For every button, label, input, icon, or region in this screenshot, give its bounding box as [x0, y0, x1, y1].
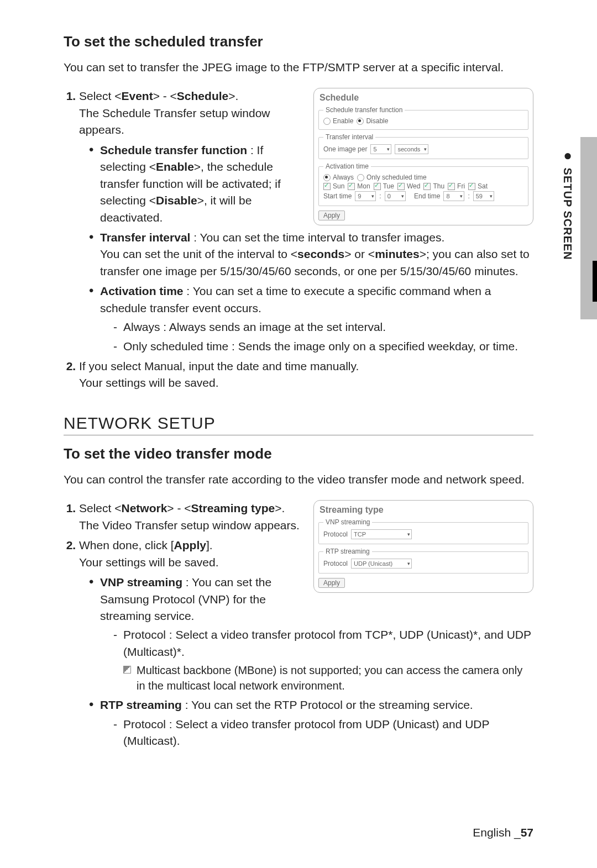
radio-enable[interactable]: Enable: [323, 117, 353, 125]
footer-page-number: 57: [521, 826, 533, 839]
heading-network-setup: Network Setup: [64, 414, 533, 435]
content-block-schedule: Schedule Schedule transfer function Enab…: [64, 88, 533, 394]
document-page: ● SETUP SCREEN To set the scheduled tran…: [0, 0, 597, 868]
bullet-transfer-interval: Transfer interval : You can set the time…: [89, 229, 533, 280]
page-footer: English _57: [473, 826, 533, 839]
select-rtp-protocol[interactable]: UDP (Unicast): [351, 559, 412, 569]
step2-line1: If you select Manual, input the date and…: [79, 360, 359, 372]
intro-video-transfer: You can control the transfer rate accord…: [64, 471, 533, 488]
bullet-schedule-transfer-function: Schedule transfer function : If selectin…: [89, 142, 533, 226]
dash-rtp-protocol: Protocol : Select a video transfer proto…: [113, 716, 533, 750]
dash-always: Always : Always sends an image at the se…: [113, 319, 533, 335]
fieldset-transfer-function: Schedule transfer function Enable Disabl…: [318, 106, 528, 130]
bullet-vnp-streaming: VNP streaming : You can set the Samsung …: [89, 574, 533, 693]
radio-disable-label: Disable: [366, 117, 388, 125]
nstep1-line1: Select <Network> - <Streaming type>.: [79, 502, 285, 514]
note-multicast: Multicast backbone (MBone) is not suppor…: [100, 662, 533, 693]
content-block-streaming: Streaming type VNP streaming Protocol TC…: [64, 500, 533, 753]
fieldset-rtp-streaming: RTP streaming Protocol UDP (Unicast): [318, 548, 528, 574]
intro-scheduled-transfer: You can set to transfer the JPEG image t…: [64, 59, 533, 76]
tab-dot-icon: ●: [559, 147, 576, 164]
bullet-activation-time: Activation time : You can set a time to …: [89, 283, 533, 355]
footer-language: English _: [473, 826, 520, 839]
panel-streaming-title: Streaming type: [320, 505, 528, 515]
step1-line1: Select <Event> - <Schedule>.: [79, 90, 238, 102]
note-text: Multicast backbone (MBone) is not suppor…: [137, 662, 533, 693]
nstep2-line1: When done, click [Apply].: [79, 539, 213, 551]
heading-video-transfer-mode: To set the video transfer mode: [64, 445, 533, 462]
tab-label: ● SETUP SCREEN: [561, 147, 574, 260]
tab-black-band: [593, 261, 597, 302]
legend-vnp-streaming: VNP streaming: [323, 518, 372, 526]
legend-transfer-interval: Transfer interval: [323, 133, 375, 141]
bullet-rtp-streaming: RTP streaming : You can set the RTP Prot…: [89, 697, 533, 749]
label-vnp-protocol: Protocol: [323, 530, 348, 538]
transfer-interval-detail: You can set the unit of the interval to …: [100, 248, 530, 277]
panel-schedule-title: Schedule: [320, 93, 528, 103]
step2-line2: Your settings will be saved.: [79, 376, 219, 389]
nstep2-line2: Your settings will be saved.: [79, 556, 219, 569]
select-vnp-protocol[interactable]: TCP: [351, 529, 412, 539]
nstep1-line2: The Video Transfer setup window appears.: [79, 519, 300, 532]
radio-disable[interactable]: Disable: [357, 117, 388, 125]
dash-only-scheduled: Only scheduled time : Sends the image on…: [113, 338, 533, 355]
note-icon: [123, 666, 131, 674]
page-thumb-tab: ● SETUP SCREEN: [576, 137, 597, 319]
schedule-step-2: If you select Manual, input the date and…: [79, 358, 533, 392]
legend-transfer-function: Schedule transfer function: [323, 106, 405, 114]
radio-enable-label: Enable: [333, 117, 353, 125]
legend-rtp-streaming: RTP streaming: [323, 548, 372, 555]
label-rtp-protocol: Protocol: [323, 560, 348, 567]
step1-line2: The Schedule Transfer setup window appea…: [79, 107, 270, 136]
fieldset-vnp-streaming: VNP streaming Protocol TCP: [318, 518, 528, 544]
dash-vnp-protocol: Protocol : Select a video transfer proto…: [113, 627, 533, 660]
heading-scheduled-transfer: To set the scheduled transfer: [64, 33, 533, 50]
tab-text: SETUP SCREEN: [562, 168, 574, 260]
